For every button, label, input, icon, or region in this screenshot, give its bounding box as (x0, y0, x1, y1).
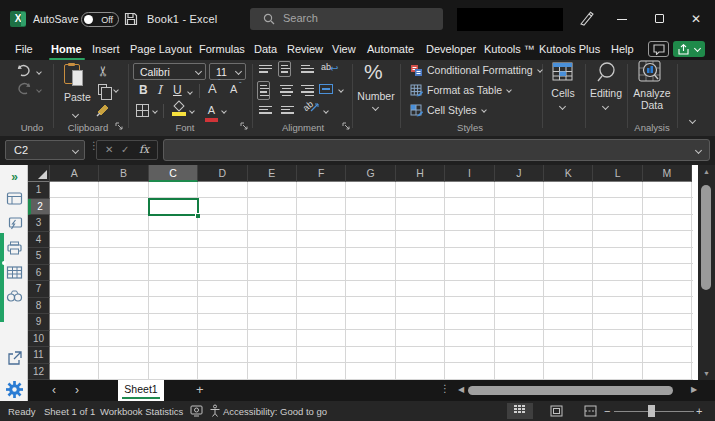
column-header-F[interactable]: F (297, 165, 346, 182)
underline-button[interactable]: U (173, 83, 182, 97)
hscroll-left-icon[interactable]: ◀ (458, 385, 464, 394)
sheet-tab-active[interactable]: Sheet1 (118, 380, 164, 401)
zoom-in-button[interactable]: + (696, 405, 702, 417)
cells-icon[interactable] (552, 62, 573, 81)
row-header-1[interactable]: 1 (28, 182, 50, 199)
ink-pen-icon[interactable] (578, 10, 595, 31)
copy-button[interactable] (98, 84, 107, 95)
name-box[interactable]: C2 (5, 140, 85, 160)
excel-logo-icon[interactable]: X (10, 11, 26, 27)
clipboard-dialog-launcher-icon[interactable] (115, 122, 123, 130)
align-middle-button[interactable] (278, 61, 291, 77)
format-as-table-button[interactable]: Format as Table (410, 83, 511, 99)
font-size-select[interactable]: 11 (209, 63, 246, 80)
accessibility-status[interactable]: Accessibility: Good to go (223, 406, 327, 417)
align-left-button[interactable] (257, 81, 270, 100)
cells-button-label[interactable]: Cells (545, 87, 581, 99)
row-header-2[interactable]: 2 (28, 199, 50, 216)
alignment-dialog-launcher-icon[interactable] (342, 122, 350, 130)
row-header-5[interactable]: 5 (28, 248, 50, 265)
cut-button[interactable]: ✂ (95, 65, 111, 77)
font-dialog-launcher-icon[interactable] (240, 122, 248, 130)
font-family-select[interactable]: Calibri (133, 63, 206, 80)
cells-area[interactable] (50, 182, 693, 380)
menu-tab-automate[interactable]: Automate (367, 43, 414, 55)
maximize-button[interactable] (642, 0, 676, 38)
menu-tab-formulas[interactable]: Formulas (199, 43, 245, 55)
select-all-corner[interactable] (28, 165, 50, 182)
fill-color-button[interactable] (172, 102, 186, 116)
tab-options-icon[interactable]: ⋮ (440, 383, 450, 394)
menu-tab-data[interactable]: Data (254, 43, 277, 55)
workbook-statistics[interactable]: Workbook Statistics (100, 406, 183, 417)
zoom-out-button[interactable]: − (604, 405, 610, 417)
column-header-L[interactable]: L (593, 165, 642, 182)
next-sheet-icon[interactable]: › (75, 383, 79, 397)
accessibility-icon[interactable] (209, 404, 221, 417)
printer-icon[interactable] (6, 241, 23, 255)
formula-input[interactable] (163, 139, 710, 161)
merge-center-button[interactable] (319, 84, 333, 94)
format-painter-button[interactable] (96, 104, 110, 117)
column-header-M[interactable]: M (643, 165, 692, 182)
decrease-indent-button[interactable] (259, 104, 272, 116)
column-header-I[interactable]: I (445, 165, 494, 182)
horizontal-scroll-thumb[interactable] (468, 386, 673, 395)
pane-handle-icon[interactable] (2, 261, 6, 265)
column-header-K[interactable]: K (544, 165, 593, 182)
row-header-10[interactable]: 10 (28, 331, 50, 348)
menu-tab-page-layout[interactable]: Page Layout (130, 43, 192, 55)
column-header-G[interactable]: G (346, 165, 395, 182)
row-header-7[interactable]: 7 (28, 281, 50, 298)
new-sheet-button[interactable]: + (196, 382, 204, 397)
redo-button[interactable] (15, 82, 33, 95)
column-header-C[interactable]: C (149, 165, 198, 182)
editing-button-label[interactable]: Editing (586, 87, 626, 99)
menu-tab-file[interactable]: File (15, 43, 33, 55)
vertical-scroll-thumb[interactable] (701, 185, 711, 290)
conditional-formatting-button[interactable]: Conditional Formatting (410, 63, 542, 79)
menu-tab-help[interactable]: Help (611, 43, 634, 55)
row-header-11[interactable]: 11 (28, 347, 50, 364)
column-header-H[interactable]: H (396, 165, 445, 182)
autosave-toggle[interactable]: Off (81, 12, 119, 27)
paste-button[interactable]: Paste (64, 64, 88, 121)
search-input[interactable]: Search (250, 8, 443, 30)
increase-indent-button[interactable] (281, 104, 294, 116)
borders-button[interactable] (136, 104, 149, 117)
align-center-button[interactable] (280, 83, 293, 98)
align-bottom-button[interactable] (301, 63, 314, 75)
row-header-6[interactable]: 6 (28, 265, 50, 282)
insert-function-icon[interactable]: fx (139, 143, 149, 156)
enter-formula-icon[interactable]: ✓ (121, 144, 129, 155)
table-icon[interactable] (6, 266, 23, 279)
menu-tab-kutools-plus[interactable]: Kutools Plus (539, 43, 600, 55)
number-button-label[interactable]: Number (354, 90, 398, 102)
sheet-count[interactable]: Sheet 1 of 1 (44, 406, 95, 417)
font-color-button[interactable]: A (205, 100, 218, 122)
selected-cell[interactable] (148, 198, 199, 216)
column-header-A[interactable]: A (50, 165, 99, 182)
editing-icon[interactable] (595, 61, 617, 83)
cell-styles-button[interactable]: Cell Styles (410, 103, 486, 119)
undo-button[interactable] (15, 64, 33, 77)
row-header-9[interactable]: 9 (28, 314, 50, 331)
scroll-down-icon[interactable]: ▼ (698, 370, 715, 377)
prev-sheet-icon[interactable]: ‹ (52, 383, 56, 397)
scroll-up-icon[interactable]: ▲ (698, 168, 715, 175)
shrink-font-button[interactable]: A (230, 83, 237, 95)
row-header-4[interactable]: 4 (28, 232, 50, 249)
close-button[interactable]: ✕ (679, 0, 713, 38)
macro-record-icon[interactable] (190, 405, 203, 417)
menu-tab-kutools-[interactable]: Kutools ™ (484, 43, 535, 55)
analyze-data-button[interactable]: AnalyzeData (632, 87, 672, 111)
menu-tab-insert[interactable]: Insert (92, 43, 120, 55)
align-top-button[interactable] (259, 63, 272, 75)
grow-font-button[interactable]: A (208, 81, 217, 96)
binoculars-icon[interactable] (6, 290, 23, 302)
menu-tab-view[interactable]: View (332, 43, 356, 55)
vertical-scrollbar[interactable]: ▲ ▼ (698, 165, 715, 380)
italic-button[interactable]: I (157, 83, 162, 97)
page-layout-view-button[interactable] (543, 403, 569, 419)
fill-handle[interactable] (195, 213, 200, 218)
